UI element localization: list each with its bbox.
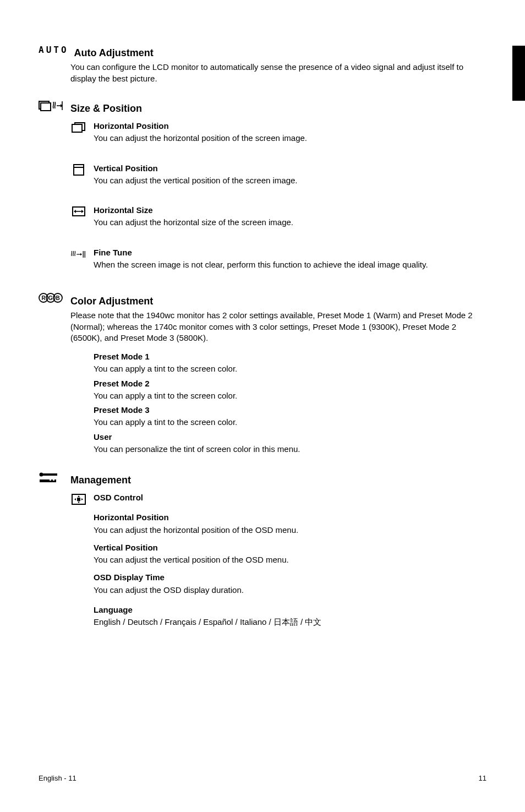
osd-control-title: OSD Control <box>94 492 486 503</box>
svg-rect-27 <box>77 498 80 501</box>
color-title: Color Adjustment <box>70 295 486 308</box>
preset1-icon <box>70 351 87 352</box>
rgb-icon: R G B <box>39 292 63 303</box>
item-vpos: Vertical Position You can adjust the ver… <box>70 163 486 187</box>
item-osd-control: OSD Control <box>70 492 486 505</box>
management-title: Management <box>70 473 131 487</box>
svg-marker-14 <box>80 253 82 255</box>
svg-marker-12 <box>81 210 84 213</box>
osd-vpos-title: Vertical Position <box>94 542 486 553</box>
svg-marker-30 <box>74 498 76 500</box>
preset2-title: Preset Mode 2 <box>94 378 486 389</box>
page-footer: English - 11 11 <box>39 773 486 783</box>
osd-time-body: You can adjust the OSD display duration. <box>94 585 486 596</box>
item-language: Language English / Deutsch / Français / … <box>70 604 486 628</box>
user-icon <box>70 432 87 433</box>
osd-hpos-body: You can adjust the horizontal position o… <box>94 525 486 536</box>
osd-hpos-title: Horizontal Position <box>94 512 486 523</box>
svg-rect-6 <box>72 124 82 132</box>
preset2-icon <box>70 378 87 379</box>
item-osd-time: OSD Display Time You can adjust the OSD … <box>94 572 486 596</box>
auto-row: AUTO Auto Adjustment <box>39 44 486 59</box>
group-color: R G B Color Adjustment Please note that … <box>39 292 486 344</box>
language-icon <box>70 604 87 606</box>
hsize-icon <box>70 205 87 217</box>
svg-marker-31 <box>81 498 83 500</box>
svg-text:R: R <box>41 295 46 301</box>
preset1-title: Preset Mode 1 <box>94 351 486 362</box>
preset3-icon <box>70 405 87 406</box>
hsize-title: Horizontal Size <box>94 205 486 216</box>
auto-glyph-icon: AUTO <box>39 44 69 56</box>
item-preset2: Preset Mode 2 You can apply a tint to th… <box>70 378 486 402</box>
item-preset3: Preset Mode 3 You can apply a tint to th… <box>70 405 486 428</box>
svg-text:B: B <box>56 295 59 301</box>
preset3-title: Preset Mode 3 <box>94 405 486 416</box>
item-hsize: Horizontal Size You can adjust the horiz… <box>70 205 486 228</box>
user-body: You can personalize the tint of screen c… <box>94 444 486 455</box>
finetune-icon <box>70 247 87 260</box>
item-preset1: Preset Mode 1 You can apply a tint to th… <box>70 351 486 375</box>
svg-rect-8 <box>74 167 84 175</box>
item-user: User You can personalize the tint of scr… <box>70 432 486 455</box>
size-position-icon <box>39 100 63 112</box>
svg-text:G: G <box>48 295 53 301</box>
vpos-body: You can adjust the vertical position of … <box>94 175 486 186</box>
hpos-body: You can adjust the horizontal position o… <box>94 133 486 144</box>
management-icon <box>39 471 63 486</box>
finetune-body: When the screen image is not clear, perf… <box>94 259 486 270</box>
group-size-position: Size & Position <box>39 100 486 115</box>
group-management: Management <box>39 471 486 487</box>
language-body: English / Deutsch / Français / Español /… <box>94 617 486 628</box>
vpos-title: Vertical Position <box>94 163 486 174</box>
preset3-body: You can apply a tint to the screen color… <box>94 417 486 428</box>
hpos-title: Horizontal Position <box>94 121 486 132</box>
auto-body: You can configure the LCD monitor to aut… <box>70 62 486 84</box>
size-position-title: Size & Position <box>70 102 142 115</box>
svg-rect-24 <box>43 473 57 476</box>
svg-marker-11 <box>74 210 76 213</box>
item-osd-vpos: Vertical Position You can adjust the ver… <box>94 542 486 566</box>
hsize-body: You can adjust the horizontal size of th… <box>94 217 486 228</box>
svg-point-23 <box>40 473 43 477</box>
vpos-icon <box>70 163 87 176</box>
osd-time-title: OSD Display Time <box>94 572 486 583</box>
language-title: Language <box>94 604 486 615</box>
user-title: User <box>94 432 486 443</box>
svg-rect-25 <box>40 479 47 482</box>
page-ref: English - 11 <box>39 773 76 783</box>
auto-title: Auto Adjustment <box>74 46 154 59</box>
svg-marker-29 <box>78 502 80 503</box>
svg-marker-28 <box>78 495 80 497</box>
svg-rect-1 <box>41 103 51 111</box>
osd-control-icon <box>70 492 87 505</box>
item-osd-hpos: Horizontal Position You can adjust the h… <box>94 512 486 536</box>
preset1-body: You can apply a tint to the screen color… <box>94 363 486 374</box>
finetune-title: Fine Tune <box>94 247 486 258</box>
side-tab <box>512 46 525 101</box>
page-number: 11 <box>479 773 486 783</box>
item-finetune: Fine Tune When the screen image is not c… <box>70 247 486 271</box>
item-hpos: Horizontal Position You can adjust the h… <box>70 121 486 144</box>
preset2-body: You can apply a tint to the screen color… <box>94 390 486 401</box>
hpos-icon <box>70 121 87 133</box>
osd-vpos-body: You can adjust the vertical position of … <box>94 554 486 565</box>
color-note: Please note that the 1940wc monitor has … <box>70 310 486 344</box>
